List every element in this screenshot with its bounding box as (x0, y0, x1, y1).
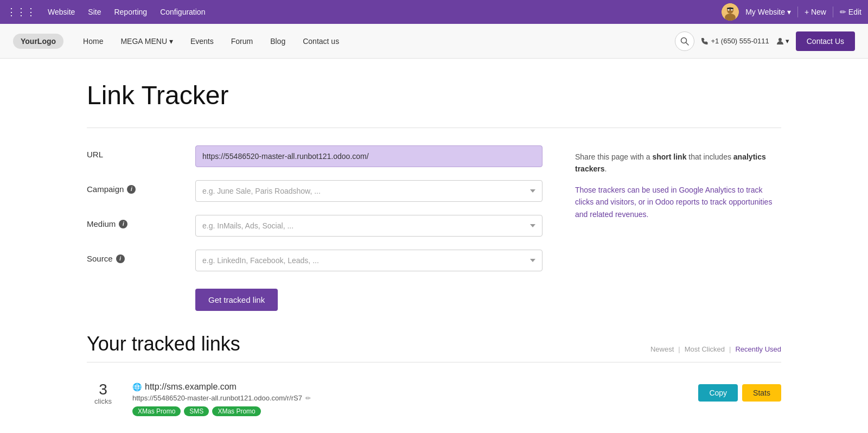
tag-xmas-promo-1[interactable]: XMas Promo (132, 406, 181, 416)
source-select[interactable]: e.g. LinkedIn, Facebook, Leads, ... (195, 250, 542, 271)
apps-icon[interactable]: ⋮⋮⋮ (7, 6, 36, 18)
medium-row: Medium i e.g. InMails, Ads, Social, ... (87, 215, 542, 237)
site-nav-contact[interactable]: Contact us (294, 24, 348, 59)
stats-button[interactable]: Stats (742, 384, 781, 402)
site-logo[interactable]: YourLogo (13, 34, 63, 49)
link-actions: Copy Stats (698, 382, 781, 402)
user-menu-button[interactable]: ▾ (776, 37, 789, 46)
site-nav-home[interactable]: Home (74, 24, 112, 59)
link-tracked-url: https://55486520-master-all.runbot121.od… (132, 394, 685, 402)
edit-button[interactable]: ✏ Edit (840, 8, 861, 16)
tracked-links-header: Your tracked links Newest | Most Clicked… (87, 333, 781, 355)
click-label: clicks (87, 397, 119, 405)
search-button[interactable] (675, 31, 694, 51)
link-tags: XMas Promo SMS XMas Promo (132, 406, 685, 416)
sort-divider-2: | (729, 345, 731, 353)
svg-rect-5 (727, 8, 733, 9)
site-nav-blog[interactable]: Blog (261, 24, 294, 59)
sort-most-clicked[interactable]: Most Clicked (685, 345, 725, 353)
form-right: Share this page with a short link that i… (575, 145, 781, 311)
form-left: URL Campaign i e.g. June Sale, Paris Roa… (87, 145, 542, 311)
svg-line-7 (686, 42, 689, 45)
campaign-info-icon[interactable]: i (127, 185, 136, 194)
url-label: URL (87, 145, 184, 159)
phone-number: +1 (650) 555-0111 (711, 37, 769, 45)
medium-select[interactable]: e.g. InMails, Ads, Social, ... (195, 215, 542, 237)
campaign-select[interactable]: e.g. June Sale, Paris Roadshow, ... (195, 180, 542, 202)
tag-xmas-promo-2[interactable]: XMas Promo (212, 406, 260, 416)
submit-area: Get tracked link (87, 284, 542, 311)
new-button[interactable]: + New (805, 8, 826, 16)
site-header-right: +1 (650) 555-0111 ▾ Contact Us (675, 31, 855, 51)
site-nav-mega-menu[interactable]: MEGA MENU ▾ (112, 24, 181, 59)
my-website-button[interactable]: My Website ▾ (745, 8, 791, 16)
sort-recently-used[interactable]: Recently Used (735, 345, 781, 353)
nav-configuration[interactable]: Configuration (155, 5, 210, 18)
title-divider (87, 128, 781, 128)
get-tracked-link-button[interactable]: Get tracked link (195, 289, 278, 311)
site-navigation: Home MEGA MENU ▾ Events Forum Blog Conta… (74, 24, 675, 59)
sort-divider-1: | (678, 345, 680, 353)
tracked-links-title: Your tracked links (87, 333, 240, 355)
page-title: Link Tracker (87, 80, 781, 110)
link-details: 🌐 http://sms.example.com https://5548652… (132, 382, 685, 416)
contact-us-button[interactable]: Contact Us (796, 31, 855, 51)
nav-site[interactable]: Site (82, 5, 106, 18)
tracked-links-divider (87, 362, 781, 362)
copy-button[interactable]: Copy (698, 384, 738, 402)
link-original-url: 🌐 http://sms.example.com (132, 382, 685, 392)
top-navigation: ⋮⋮⋮ Website Site Reporting Configuration… (0, 0, 868, 24)
sort-options: Newest | Most Clicked | Recently Used (650, 345, 781, 355)
nav-divider-1 (797, 7, 798, 17)
nav-divider-2 (833, 7, 833, 17)
nav-website[interactable]: Website (42, 5, 80, 18)
sidebar-description: Share this page with a short link that i… (575, 151, 781, 220)
medium-label: Medium i (87, 215, 184, 228)
main-content: Link Tracker URL Campaign i e.g. June Sa… (54, 59, 814, 433)
globe-icon: 🌐 (132, 383, 142, 391)
click-number: 3 (87, 382, 119, 397)
url-input[interactable] (195, 145, 542, 167)
click-count: 3 clicks (87, 382, 119, 405)
source-info-icon[interactable]: i (116, 254, 125, 263)
site-nav-events[interactable]: Events (182, 24, 222, 59)
edit-url-icon[interactable]: ✏ (305, 394, 311, 402)
medium-info-icon[interactable]: i (119, 220, 127, 228)
phone-info: +1 (650) 555-0111 (701, 37, 769, 45)
sort-newest[interactable]: Newest (650, 345, 674, 353)
nav-reporting[interactable]: Reporting (108, 5, 152, 18)
user-dropdown-arrow: ▾ (786, 37, 789, 45)
avatar[interactable] (722, 3, 739, 21)
search-icon (680, 37, 689, 46)
form-area: URL Campaign i e.g. June Sale, Paris Roa… (87, 145, 781, 311)
phone-icon (701, 37, 709, 45)
source-label: Source i (87, 250, 184, 263)
site-nav-forum[interactable]: Forum (222, 24, 261, 59)
tag-sms[interactable]: SMS (184, 406, 209, 416)
svg-point-8 (778, 38, 782, 41)
campaign-label: Campaign i (87, 180, 184, 194)
site-header: YourLogo Home MEGA MENU ▾ Events Forum B… (0, 24, 868, 59)
url-row: URL (87, 145, 542, 167)
source-row: Source i e.g. LinkedIn, Facebook, Leads,… (87, 250, 542, 271)
link-item: 3 clicks 🌐 http://sms.example.com https:… (87, 375, 781, 423)
campaign-row: Campaign i e.g. June Sale, Paris Roadsho… (87, 180, 542, 202)
user-icon (776, 37, 784, 46)
